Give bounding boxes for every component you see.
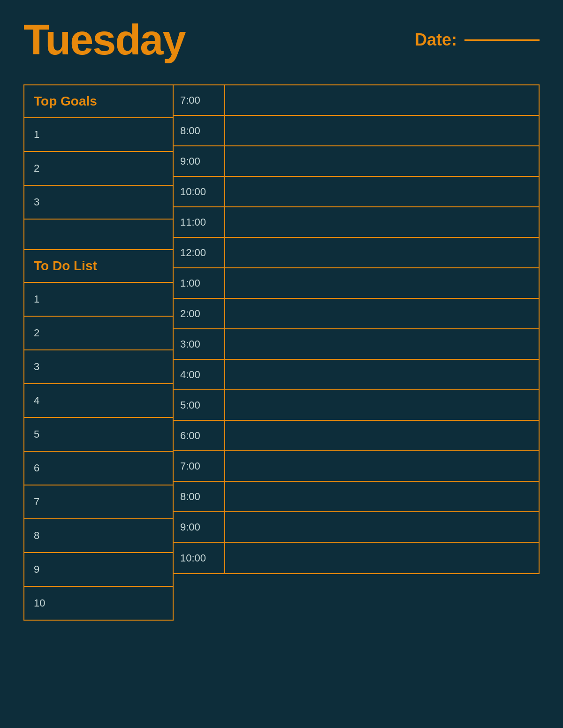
- schedule-row-0: 7:00: [174, 85, 539, 116]
- left-panel: Top Goals 1 2 3 To Do List 1 2 3 4 5 6 7…: [23, 84, 174, 621]
- schedule-row-5: 12:00: [174, 238, 539, 268]
- time-cell-5: 12:00: [174, 238, 225, 267]
- time-cell-11: 6:00: [174, 421, 225, 450]
- time-cell-13: 8:00: [174, 482, 225, 511]
- event-cell-5: [225, 238, 539, 267]
- event-cell-10: [225, 390, 539, 420]
- time-cell-0: 7:00: [174, 85, 225, 115]
- event-cell-4: [225, 207, 539, 237]
- todo-item-8: 8: [24, 519, 173, 553]
- schedule-row-1: 8:00: [174, 116, 539, 146]
- goal-item-3: 3: [24, 186, 173, 220]
- time-cell-14: 9:00: [174, 512, 225, 542]
- time-cell-10: 5:00: [174, 390, 225, 420]
- event-cell-1: [225, 116, 539, 145]
- todo-item-4: 4: [24, 384, 173, 418]
- schedule-row-10: 5:00: [174, 390, 539, 421]
- right-panel: 7:00 8:00 9:00 10:00 11:00 12:00 1:00 2: [174, 84, 540, 574]
- schedule-row-8: 3:00: [174, 329, 539, 360]
- event-cell-2: [225, 146, 539, 176]
- event-cell-3: [225, 177, 539, 206]
- goal-item-1: 1: [24, 118, 173, 152]
- date-label: Date:: [415, 30, 540, 50]
- todo-item-2: 2: [24, 317, 173, 350]
- time-cell-4: 11:00: [174, 207, 225, 237]
- event-cell-6: [225, 268, 539, 298]
- time-cell-8: 3:00: [174, 329, 225, 359]
- event-cell-12: [225, 451, 539, 481]
- time-cell-7: 2:00: [174, 299, 225, 328]
- event-cell-15: [225, 543, 539, 573]
- top-goals-header: Top Goals: [24, 85, 173, 118]
- todo-item-3: 3: [24, 350, 173, 384]
- todo-item-10: 10: [24, 587, 173, 620]
- schedule-row-13: 8:00: [174, 482, 539, 512]
- goal-item-2: 2: [24, 152, 173, 186]
- schedule-row-6: 1:00: [174, 268, 539, 299]
- event-cell-0: [225, 85, 539, 115]
- schedule-row-14: 9:00: [174, 512, 539, 543]
- schedule-row-12: 7:00: [174, 451, 539, 482]
- goal-empty-row: [24, 220, 173, 250]
- todo-item-1: 1: [24, 283, 173, 317]
- schedule-row-3: 10:00: [174, 177, 539, 207]
- event-cell-13: [225, 482, 539, 511]
- header: Tuesday Date:: [23, 19, 540, 61]
- event-cell-7: [225, 299, 539, 328]
- day-title: Tuesday: [23, 19, 185, 61]
- date-line: [464, 39, 540, 41]
- todo-header: To Do List: [24, 250, 173, 283]
- event-cell-8: [225, 329, 539, 359]
- main-content: Top Goals 1 2 3 To Do List 1 2 3 4 5 6 7…: [23, 84, 540, 621]
- schedule-row-11: 6:00: [174, 421, 539, 451]
- event-cell-14: [225, 512, 539, 542]
- schedule-row-15: 10:00: [174, 543, 539, 573]
- todo-item-6: 6: [24, 452, 173, 485]
- time-cell-15: 10:00: [174, 543, 225, 573]
- todo-item-7: 7: [24, 485, 173, 519]
- time-cell-6: 1:00: [174, 268, 225, 298]
- schedule-row-9: 4:00: [174, 360, 539, 390]
- schedule-row-7: 2:00: [174, 299, 539, 329]
- time-cell-12: 7:00: [174, 451, 225, 481]
- time-cell-9: 4:00: [174, 360, 225, 389]
- event-cell-11: [225, 421, 539, 450]
- time-cell-2: 9:00: [174, 146, 225, 176]
- schedule-row-4: 11:00: [174, 207, 539, 238]
- todo-item-9: 9: [24, 553, 173, 587]
- time-cell-3: 10:00: [174, 177, 225, 206]
- schedule-row-2: 9:00: [174, 146, 539, 177]
- event-cell-9: [225, 360, 539, 389]
- todo-item-5: 5: [24, 418, 173, 452]
- time-cell-1: 8:00: [174, 116, 225, 145]
